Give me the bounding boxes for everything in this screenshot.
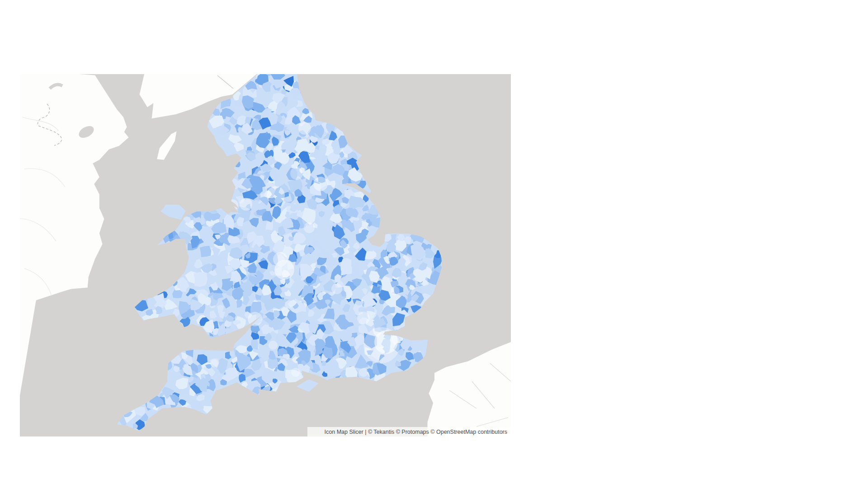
svg-text:Icon Map Slicer | © Tekantis ©: Icon Map Slicer | © Tekantis © Protomaps… [325, 429, 507, 435]
